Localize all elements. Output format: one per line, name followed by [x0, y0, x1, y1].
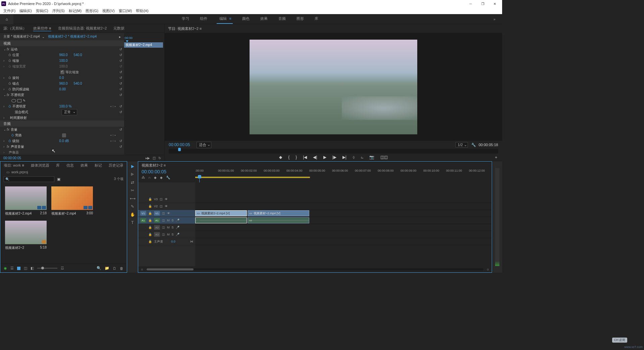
sort-icon[interactable]: ◧	[31, 266, 34, 270]
playhead[interactable]	[198, 175, 201, 178]
settings-icon[interactable]: 🔧	[471, 143, 476, 147]
pen-tool[interactable]: ✎	[131, 204, 134, 209]
marker-button[interactable]: ◆	[279, 155, 282, 160]
effect-icon-2[interactable]: ◫	[153, 156, 156, 160]
fx-channel-volume[interactable]: ›fx声道音量↺	[0, 144, 124, 149]
prop-scale[interactable]: › Ö缩放100.0↺	[0, 58, 124, 63]
resolution-dropdown[interactable]: 1/2	[455, 142, 468, 147]
menu-graphics[interactable]: 图形(G)	[84, 8, 100, 13]
clip-a1-1[interactable]: ▭	[195, 217, 247, 223]
rec-icon[interactable]: ◉	[4, 266, 7, 270]
export-frame-button[interactable]: 📷	[369, 155, 374, 160]
track-header-a3[interactable]: 🔒A3◫MS🎤	[138, 231, 195, 238]
workspace-color[interactable]: 颜色	[241, 14, 251, 24]
settings-icon[interactable]: 🔧	[166, 176, 170, 179]
audio-meters[interactable]	[492, 161, 502, 273]
fx-timeremap[interactable]: › 时间重映射	[0, 115, 124, 121]
linked-select-icon[interactable]: ∩	[148, 176, 151, 179]
menu-help[interactable]: 帮助(H)	[134, 8, 150, 13]
project-item[interactable]: 视频素材~2.mp43:00	[51, 186, 93, 216]
ripple-tool[interactable]: ⇄	[131, 180, 134, 185]
tab-source[interactable]: 源:（无剪辑）	[3, 26, 26, 31]
fx-panner[interactable]: › 声像器	[0, 149, 124, 155]
track-a3[interactable]	[195, 231, 492, 238]
tab-libraries[interactable]: 库	[56, 163, 60, 168]
effect-timeline-playhead[interactable]: :00:00	[124, 36, 132, 40]
find-icon[interactable]: 🔍	[97, 266, 101, 270]
step-back-button[interactable]: ◀|	[313, 155, 317, 160]
tab-info[interactable]: 信息	[66, 163, 74, 168]
slip-tool[interactable]: ⟷	[130, 196, 136, 201]
prop-antiflicker[interactable]: › Ö防闪烁滤镜0.00↺	[0, 86, 124, 92]
new-item-button[interactable]: 🗋	[113, 266, 116, 270]
project-bin-grid[interactable]: 视频素材2~2.mp42:18 视频素材~2.mp43:00 视频素材2~25:…	[0, 183, 127, 264]
tab-effect-controls[interactable]: 效果控件 ≡	[33, 26, 51, 31]
workspace-graphics[interactable]: 图形	[295, 14, 305, 24]
play-button[interactable]: ▶	[323, 155, 326, 160]
fx-opacity[interactable]: ⌄fx不透明度↺	[0, 92, 124, 98]
minimize-button[interactable]: ─	[465, 0, 477, 7]
hand-tool[interactable]: ✋	[130, 212, 135, 217]
prop-uniform-scale[interactable]: 等比缩放↺	[0, 69, 124, 75]
new-bin-button[interactable]: 📁	[105, 266, 109, 270]
prop-opacity[interactable]: › Ö不透明度100.0 %◂ ◇ ▸↺	[0, 103, 124, 109]
clip-v1-2[interactable]: ▭视频素材~2.mp4 [V]	[248, 210, 309, 216]
program-timecode[interactable]: 00:00:00:05	[169, 142, 190, 147]
type-tool[interactable]: T	[131, 220, 133, 225]
track-header-a1[interactable]: A1🔒A1◫MS🎤	[138, 217, 195, 224]
fx-motion[interactable]: ⌄fx运动↺	[0, 46, 124, 52]
program-monitor[interactable]	[165, 33, 502, 141]
horizontal-zoombar[interactable]	[147, 268, 484, 270]
icon-view-icon[interactable]	[17, 267, 20, 270]
track-v1[interactable]: ▭视频素材2~2.mp4 [V] ▭视频素材~2.mp4 [V]	[195, 210, 492, 217]
menu-file[interactable]: 文件(F)	[1, 8, 17, 13]
effect-icon-1[interactable]: ▸▶	[146, 156, 150, 160]
timeline-timecode[interactable]: 00:00:00:05	[142, 169, 192, 174]
close-button[interactable]: ✕	[489, 0, 501, 7]
timeline-track-area[interactable]: ▭视频素材2~2.mp4 [V] ▭视频素材~2.mp4 [V] ▭ ▭	[195, 182, 492, 266]
goto-in-button[interactable]: |◀	[303, 155, 307, 160]
track-a2[interactable]	[195, 224, 492, 231]
tab-media-browser[interactable]: 媒体浏览器	[31, 163, 49, 168]
selection-tool[interactable]: ▶	[131, 164, 134, 169]
zoom-fit-dropdown[interactable]: 适合	[197, 142, 211, 148]
sequence-tab[interactable]: 视频素材2~2 ≡	[142, 163, 166, 168]
snap-icon[interactable]: ⁂	[142, 176, 145, 179]
compare-button[interactable]: ◫◫	[380, 155, 388, 160]
workspace-overflow[interactable]: »	[487, 17, 502, 21]
tab-project[interactable]: 项目: work ≡	[4, 163, 24, 168]
zoom-slider[interactable]	[37, 268, 57, 269]
track-a1[interactable]: ▭ ▭	[195, 217, 492, 224]
menu-edit[interactable]: 编辑(E)	[17, 8, 34, 13]
menu-sequence[interactable]: 序列(S)	[50, 8, 67, 13]
tab-metadata[interactable]: 元数据	[113, 26, 124, 31]
timeline-ruler[interactable]: :00:0000:00:01:0000:00:02:0000:00:03:000…	[195, 169, 492, 176]
menu-clip[interactable]: 剪辑(C)	[34, 8, 50, 13]
track-v2[interactable]	[195, 203, 492, 210]
effect-footer-timecode[interactable]: 00:00:00:05	[3, 156, 21, 160]
track-master[interactable]	[195, 238, 492, 245]
workspace-effects[interactable]: 效果	[259, 14, 269, 24]
fx-volume[interactable]: ⌄fx音量↺	[0, 127, 124, 132]
track-header-a2[interactable]: 🔒A2◫MS🎤	[138, 224, 195, 231]
track-header-v2[interactable]: 🔒V2◫👁	[138, 203, 195, 210]
tab-audio-mixer[interactable]: 音频剪辑混合器: 视频素材2~2	[58, 26, 107, 31]
extract-button[interactable]: ⎁	[361, 155, 363, 160]
freeform-icon[interactable]: ◫	[24, 266, 27, 270]
workspace-learn[interactable]: 学习	[180, 14, 191, 24]
clip-v1-1[interactable]: ▭视频素材2~2.mp4 [V]	[195, 210, 247, 216]
add-button[interactable]: ＋	[494, 155, 498, 160]
prop-blend[interactable]: 混合模式正常↺	[0, 109, 124, 115]
goto-out-button[interactable]: ▶|	[342, 155, 346, 160]
opacity-masks[interactable]: ✎	[0, 98, 124, 103]
program-title[interactable]: 节目: 视频素材2~2 ≡	[168, 26, 202, 31]
track-header-v3[interactable]: 🔒V3◫👁	[138, 196, 195, 203]
razor-tool[interactable]: ✂	[131, 188, 134, 193]
workspace-audio[interactable]: 音频	[277, 14, 287, 24]
clip-a1-2[interactable]: ▭	[248, 217, 309, 223]
menu-view[interactable]: 视图(V)	[100, 8, 117, 13]
step-forward-button[interactable]: |▶	[332, 155, 336, 160]
automate-icon[interactable]: ☲	[61, 266, 64, 270]
project-item[interactable]: 视频素材2~25:18	[5, 221, 47, 250]
prop-position[interactable]: Ö位置960.0540.0↺	[0, 52, 124, 58]
